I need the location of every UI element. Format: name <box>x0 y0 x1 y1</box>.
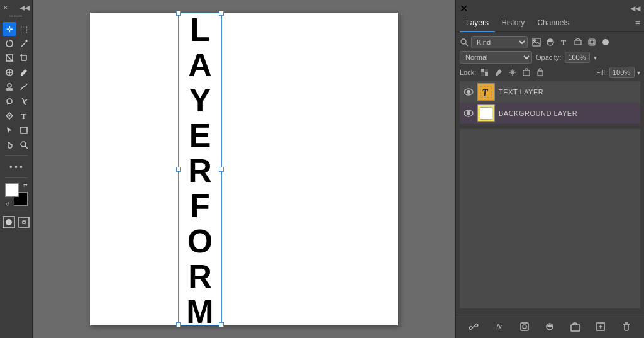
kind-icon-smart-object[interactable] <box>586 36 598 48</box>
toolbar-close-btn[interactable]: ✕ <box>3 4 8 12</box>
burn-tool[interactable] <box>17 94 31 108</box>
new-group-btn[interactable] <box>568 319 583 334</box>
fill-stepper[interactable]: ▾ <box>637 69 640 76</box>
new-adjustment-layer-btn[interactable] <box>542 319 557 334</box>
panel-header: ✕ ◀◀ <box>456 0 644 14</box>
pen-tool[interactable] <box>3 109 16 123</box>
lock-label: Lock: <box>460 69 476 76</box>
selection-handle-ml[interactable] <box>176 167 181 172</box>
kind-icon-adjustment[interactable] <box>544 36 557 48</box>
layer-visibility-text[interactable] <box>464 87 474 97</box>
svg-point-24 <box>534 40 536 42</box>
layer-item-background[interactable]: BACKGROUND LAYER <box>460 103 640 124</box>
layers-panel: ✕ ◀◀ Layers History Channels ≡ Kind T <box>455 0 644 338</box>
layer-item-text[interactable]: T TEXT LAYER <box>460 81 640 103</box>
panel-close-btn[interactable]: ✕ <box>460 3 468 14</box>
rect-shape-tool[interactable] <box>17 123 31 137</box>
svg-rect-39 <box>523 70 530 76</box>
foreground-color[interactable] <box>5 183 19 197</box>
tab-layers[interactable]: Layers <box>460 14 495 32</box>
zoom-tool[interactable] <box>17 138 31 152</box>
svg-rect-27 <box>575 40 581 45</box>
layer-name-text: TEXT LAYER <box>499 88 543 96</box>
lock-icons-row <box>479 66 547 79</box>
marquee-rect-tool[interactable]: ⬚ <box>17 22 31 36</box>
toolbar: ✕ ◀◀ ┅┅┅ ✛ ⬚ <box>0 0 33 338</box>
toolbar-drag-handle: ┅┅┅ <box>9 13 23 20</box>
lock-all[interactable] <box>534 66 547 79</box>
magic-wand-tool[interactable] <box>17 37 31 50</box>
type-tool[interactable]: T <box>17 109 31 123</box>
kind-icon-shape[interactable] <box>572 36 584 48</box>
eyedropper-tool[interactable] <box>3 51 16 65</box>
svg-point-21 <box>461 39 466 44</box>
lock-image-pixels[interactable] <box>492 66 505 79</box>
svg-rect-49 <box>475 324 479 327</box>
canvas-area: LAYERFORM <box>33 0 455 338</box>
kind-icon-type[interactable]: T <box>558 36 570 48</box>
vertical-canvas-text: LAYERFORM <box>184 13 218 325</box>
new-layer-btn[interactable] <box>593 319 608 334</box>
extra-tools-btn[interactable]: • • • <box>3 160 30 174</box>
selection-handle-tr[interactable] <box>219 11 224 16</box>
stamp-tool[interactable] <box>3 80 16 94</box>
tool-divider-2 <box>5 177 28 178</box>
swap-colors-btn[interactable]: ⇄ <box>23 183 28 188</box>
layer-thumb-text: T <box>477 83 495 101</box>
svg-rect-31 <box>481 69 484 72</box>
kind-icon-pixel[interactable] <box>599 36 612 48</box>
selection-handle-mr[interactable] <box>219 167 224 172</box>
svg-line-17 <box>25 146 28 149</box>
hand-tool[interactable] <box>3 138 16 152</box>
add-mask-btn[interactable] <box>517 319 532 334</box>
blend-mode-dropdown[interactable]: Normal Multiply Screen Overlay <box>460 51 532 64</box>
layer-visibility-bg[interactable] <box>464 108 474 118</box>
tab-channels[interactable]: Channels <box>531 14 575 32</box>
svg-point-30 <box>602 39 609 45</box>
selection-handle-tl[interactable] <box>176 11 181 16</box>
svg-rect-10 <box>7 89 12 90</box>
lasso-tool[interactable] <box>3 37 16 50</box>
svg-rect-40 <box>538 71 543 76</box>
layers-empty-area <box>460 129 640 308</box>
panel-collapse-btn[interactable]: ◀◀ <box>630 4 640 13</box>
opacity-input[interactable] <box>565 52 590 63</box>
canvas-document: LAYERFORM <box>90 13 398 325</box>
brush-tool[interactable] <box>17 65 31 79</box>
panel-tabs: Layers History Channels ≡ <box>456 14 644 32</box>
move-tool[interactable]: ✛ <box>3 22 16 36</box>
color-swatch-area: ⇄ ↺ <box>5 183 28 206</box>
panel-footer: fx <box>456 315 644 338</box>
lock-artboard[interactable] <box>520 66 533 79</box>
panel-menu-btn[interactable]: ≡ <box>635 18 640 28</box>
heal-tool[interactable] <box>3 65 16 79</box>
screen-mode-btn[interactable] <box>17 215 31 229</box>
svg-rect-34 <box>485 72 488 76</box>
selection-handle-bl[interactable] <box>176 322 181 327</box>
layer-thumb-bg <box>477 104 495 122</box>
text-selection-box[interactable]: LAYERFORM <box>178 13 222 325</box>
blend-row: Normal Multiply Screen Overlay Opacity: … <box>460 51 640 64</box>
svg-point-19 <box>6 219 12 225</box>
kind-icon-image[interactable] <box>530 36 543 48</box>
lock-transparent-pixels[interactable] <box>479 66 491 79</box>
crop-tool[interactable] <box>17 51 31 65</box>
panel-body: Kind T <box>456 32 644 315</box>
dodge-tool[interactable] <box>3 94 16 108</box>
svg-line-1 <box>6 55 13 61</box>
kind-dropdown[interactable]: Kind <box>471 36 528 48</box>
path-selection-tool[interactable] <box>3 123 16 137</box>
tab-history[interactable]: History <box>495 14 531 32</box>
link-layers-btn[interactable] <box>466 319 481 334</box>
selection-handle-br[interactable] <box>219 322 224 327</box>
smudge-tool[interactable] <box>17 80 31 94</box>
layer-fx-btn[interactable]: fx <box>492 319 507 334</box>
lock-position[interactable] <box>506 66 519 79</box>
reset-colors-btn[interactable]: ↺ <box>6 201 10 207</box>
svg-point-13 <box>9 115 11 117</box>
fill-input[interactable] <box>609 67 635 78</box>
quick-mask-btn[interactable] <box>2 215 16 229</box>
opacity-stepper[interactable]: ▾ <box>594 54 597 61</box>
delete-layer-btn[interactable] <box>619 319 634 334</box>
toolbar-collapse-btn[interactable]: ◀◀ <box>19 4 30 12</box>
